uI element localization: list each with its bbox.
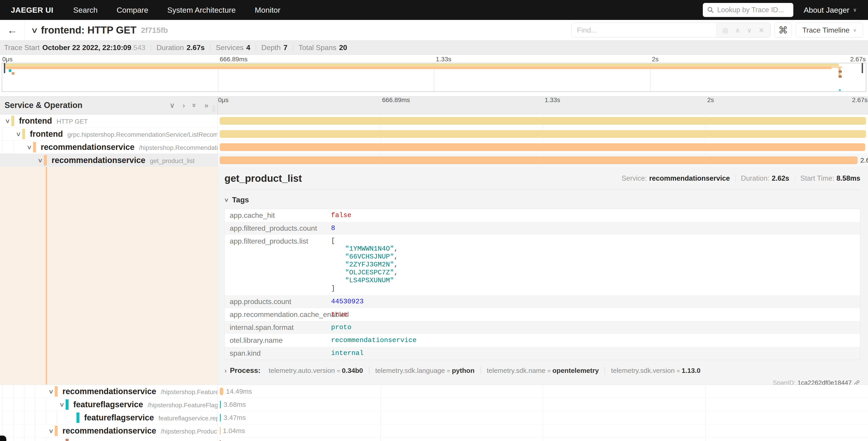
span-row[interactable]: ∨ recommendationservice /hipstershop.Pro…	[0, 424, 868, 437]
nav-item-system-architecture[interactable]: System Architecture	[158, 6, 245, 14]
span-name-cell[interactable]: ∨	[0, 437, 218, 441]
minimap-span-bar	[839, 89, 841, 91]
tag-value: 44530923	[331, 298, 364, 305]
next-match-icon[interactable]: ∨	[747, 26, 752, 34]
chevron-down-icon[interactable]: ∨	[48, 427, 54, 434]
trace-minimap: 0μs666.89ms1.33s2s2.67s	[0, 55, 868, 94]
span-duration-bar[interactable]	[220, 156, 858, 164]
span-service-name: frontend	[19, 116, 52, 126]
expand-all-icon[interactable]: »	[204, 101, 208, 110]
tag-row: span.kindinternal	[225, 347, 860, 360]
trace-view-selector[interactable]: Trace Timeline ∨	[796, 23, 863, 37]
service-color-bar	[11, 116, 14, 126]
span-timeline-cell[interactable]: 1.04ms	[218, 424, 868, 437]
span-row[interactable]: ∨ featureflagservice /hipstershop.Featur…	[0, 398, 868, 411]
span-operation-name: /hipstershop.FeatureFlagService/Ge...	[148, 402, 218, 409]
find-input[interactable]	[571, 23, 716, 37]
tag-key: app.recommendation.cache_enabled	[225, 311, 331, 319]
span-row[interactable]: ∨ recommendationservice /hipstershop.Fea…	[0, 385, 868, 398]
find-box[interactable]: ◎ ∧ ∨ ✕	[571, 23, 771, 37]
focus-match-icon[interactable]: ◎	[722, 26, 728, 34]
minimap-drag-handle[interactable]	[862, 63, 863, 73]
span-name-cell[interactable]: ∨ recommendationservice /hipstershop.Pro…	[0, 424, 218, 437]
time-tick-label: 2s	[707, 96, 714, 104]
column-resizer-handle[interactable]	[213, 106, 215, 112]
span-id-value: 1ca2262df0e18447	[797, 379, 852, 385]
tag-key: otel.library.name	[225, 336, 331, 345]
span-timeline-cell[interactable]	[218, 127, 868, 140]
minimap-drag-handle[interactable]	[4, 63, 5, 73]
span-row[interactable]: ∨ recommendationservice get_product_list…	[0, 154, 868, 167]
chevron-down-icon[interactable]: ∨	[59, 401, 65, 408]
span-name-cell[interactable]: ∨ recommendationservice /hipstershop.Rec…	[0, 141, 218, 153]
about-jaeger-menu[interactable]: About Jaeger ∨	[804, 6, 857, 14]
span-duration-bar[interactable]	[220, 130, 866, 138]
span-row[interactable]: ∨ frontend HTTP GET	[0, 114, 868, 127]
tags-section-toggle[interactable]: ∨ Tags	[224, 196, 860, 204]
span-timeline-cell[interactable]	[218, 114, 868, 127]
chevron-down-icon[interactable]: ∨	[27, 144, 32, 151]
span-row[interactable]: ∨ featureflagservice featureflagservice.…	[0, 411, 868, 424]
span-duration-bar[interactable]	[220, 117, 866, 125]
minimap-span-bar	[6, 66, 832, 69]
back-button[interactable]: ←	[0, 20, 25, 40]
service-color-bar	[66, 399, 68, 410]
span-duration-bar[interactable]	[220, 143, 866, 151]
chevron-down-icon[interactable]: ∨	[5, 117, 10, 124]
tag-key: app.filtered_products.count	[225, 224, 331, 233]
span-duration-label: Duration:	[741, 174, 770, 182]
span-duration-bar[interactable]	[220, 414, 221, 421]
tag-key: internal.span.format	[225, 323, 331, 332]
chevron-down-icon: ∨	[224, 197, 229, 203]
chevron-down-icon[interactable]: ∨	[48, 388, 54, 395]
span-name-cell[interactable]: ∨ featureflagservice featureflagservice.…	[0, 411, 218, 424]
nav-item-search[interactable]: Search	[64, 6, 107, 14]
start-time-value: 8.58ms	[837, 174, 860, 182]
span-timeline-cell[interactable]	[218, 141, 868, 153]
collapse-trace-chevron-icon[interactable]: ∨	[31, 26, 38, 35]
span-duration-bar[interactable]	[220, 440, 221, 441]
duration-label: Duration	[156, 43, 184, 52]
span-name-cell[interactable]: ∨ recommendationservice /hipstershop.Fea…	[0, 385, 218, 398]
span-timeline-cell[interactable]: 14.49ms	[218, 385, 868, 398]
nav-item-monitor[interactable]: Monitor	[245, 6, 290, 14]
span-service-name: recommendationservice	[41, 142, 134, 152]
span-name-cell[interactable]: ∨ frontend HTTP GET	[0, 114, 218, 127]
clear-find-icon[interactable]: ✕	[759, 26, 764, 34]
collapse-one-icon[interactable]: ∨	[169, 101, 175, 110]
trace-id-lookup-input[interactable]	[717, 6, 785, 14]
span-row[interactable]: ∨	[0, 437, 868, 441]
nav-item-compare[interactable]: Compare	[107, 6, 158, 14]
prev-match-icon[interactable]: ∧	[735, 26, 740, 34]
span-row[interactable]: ∨ frontend grpc.hipstershop.Recommendati…	[0, 127, 868, 141]
minimap-canvas[interactable]	[2, 63, 866, 92]
search-icon	[707, 6, 714, 13]
chevron-down-icon[interactable]: ∨	[16, 130, 21, 138]
span-timeline-cell[interactable]: 3.68ms	[218, 398, 868, 411]
span-timeline-cell[interactable]: 2.62s	[218, 154, 868, 167]
services-label: Services	[216, 43, 244, 52]
span-row[interactable]: ∨ recommendationservice /hipstershop.Rec…	[0, 141, 868, 154]
expand-one-icon[interactable]: ›	[183, 101, 185, 110]
span-duration-bar[interactable]	[220, 401, 221, 408]
nav-items: SearchCompareSystem ArchitectureMonitor	[64, 6, 290, 14]
trace-id-lookup[interactable]	[703, 3, 793, 17]
span-duration-bar[interactable]	[220, 427, 221, 435]
span-name-cell[interactable]: ∨ frontend grpc.hipstershop.Recommendati…	[0, 127, 218, 140]
trace-title: frontend: HTTP GET	[41, 25, 136, 36]
span-duration-bar[interactable]	[220, 388, 223, 395]
process-section-toggle[interactable]: › Process: telemetry.auto.version = 0.34…	[224, 366, 860, 375]
keyboard-shortcuts-button[interactable]: ⌘	[775, 23, 792, 37]
span-name-cell[interactable]: ∨ featureflagservice /hipstershop.Featur…	[0, 398, 218, 411]
collapse-all-icon[interactable]: »	[190, 103, 199, 107]
chevron-down-icon[interactable]: ∨	[37, 157, 43, 164]
span-timeline-cell[interactable]: 3.47ms	[218, 411, 868, 424]
link-icon[interactable]	[854, 379, 860, 385]
span-duration-value: 2.62s	[772, 174, 789, 182]
app-brand[interactable]: JAEGER UI	[0, 6, 64, 14]
span-timeline-cell[interactable]	[218, 437, 868, 441]
tag-row: otel.library.namerecommendationservice	[225, 334, 860, 347]
duration-value: 2.67s	[186, 43, 205, 52]
span-name-cell[interactable]: ∨ recommendationservice get_product_list	[0, 154, 218, 167]
span-operation-name: featureflagservice.repo.query:fe...	[158, 415, 218, 422]
